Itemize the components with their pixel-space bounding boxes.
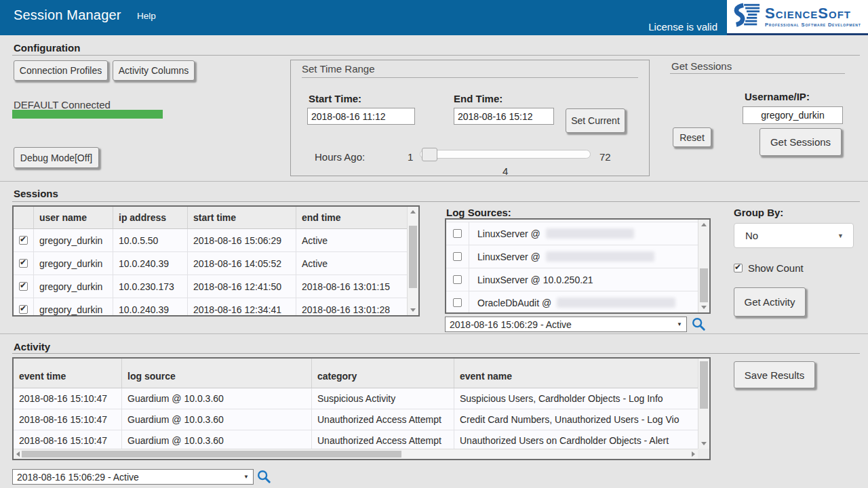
activity-underline	[12, 353, 860, 354]
sessions-col-ip-address: ip address	[113, 207, 188, 229]
show-count-label: Show Count	[748, 262, 804, 274]
table-row: gregory_durkin 10.0.5.50 2018-08-16 15:0…	[14, 229, 407, 252]
log-source-checkbox[interactable]	[453, 298, 462, 307]
logo-tagline: Professional Software Development	[765, 22, 861, 28]
session-end-time: Active	[296, 229, 407, 252]
log-source-checkbox[interactable]	[453, 229, 462, 238]
save-results-button[interactable]: Save Results	[734, 361, 815, 388]
sessions-table: user name ip address start time end time…	[12, 205, 420, 317]
help-menu-item[interactable]: Help	[137, 11, 156, 21]
session-select[interactable]: 2018-08-16 15:06:29 - Active ▼	[445, 317, 687, 332]
search-icon[interactable]	[256, 469, 271, 484]
app-title: Session Manager	[14, 7, 121, 23]
debug-mode-button[interactable]: Debug Mode[Off]	[14, 147, 99, 168]
session-ip-address: 10.0.230.173	[113, 275, 188, 298]
activity-event-name: Credit Card Numbers, Unauthorized Users …	[454, 409, 698, 430]
activity-table-vscrollbar[interactable]	[698, 359, 709, 449]
session-select-value: 2018-08-16 15:06:29 - Active	[450, 319, 572, 330]
username-ip-label: Username/IP:	[745, 91, 810, 102]
session-end-time: Active	[296, 252, 407, 275]
sciencesoft-logo-icon	[732, 3, 761, 31]
sessions-activity-divider	[0, 333, 868, 334]
session-user-name: gregory_durkin	[34, 229, 113, 252]
activity-event-time: 2018-08-16 15:10:47	[14, 388, 122, 409]
get-sessions-underline	[670, 73, 845, 74]
log-source-text: OracleDbAudit @	[469, 291, 698, 314]
activity-col-log-source: log source	[122, 359, 312, 388]
username-ip-input[interactable]	[743, 106, 843, 124]
end-time-input[interactable]	[454, 108, 554, 125]
activity-event-time: 2018-08-16 15:10:47	[14, 409, 122, 430]
sessions-table-header-row: user name ip address start time end time	[14, 207, 407, 229]
session-ip-address: 10.0.5.50	[113, 229, 188, 252]
set-time-range-title: Set Time Range	[302, 63, 375, 75]
session-row-checkbox[interactable]	[19, 259, 28, 268]
configuration-underline	[12, 55, 860, 56]
license-status: License is valid	[648, 21, 717, 33]
list-item: OracleDbAudit @	[446, 291, 698, 314]
activity-log-source: Guardium @ 10.0.3.60	[122, 409, 312, 430]
table-row: gregory_durkin 10.0.230.173 2018-08-16 1…	[14, 275, 407, 298]
sessions-col-user-name: user name	[34, 207, 113, 229]
set-current-button[interactable]: Set Current	[566, 108, 625, 133]
sessions-section-title: Sessions	[14, 188, 58, 199]
log-source-text: LinuxServer @ 10.0.250.21	[469, 268, 698, 291]
log-source-text: LinuxServer @	[469, 222, 698, 245]
table-row: 2018-08-16 15:10:47 Guardium @ 10.0.3.60…	[14, 388, 698, 409]
session-start-time: 2018-08-16 14:05:52	[188, 252, 296, 275]
sessions-header-checkbox-cell	[14, 207, 34, 229]
activity-category: Unauthorized Access Attempt	[312, 409, 454, 430]
session-ip-address: 10.0.240.39	[113, 252, 188, 275]
log-source-text: LinuxServer @	[469, 245, 698, 268]
set-time-range-panel: Set Time Range Start Time: End Time: Set…	[290, 60, 650, 176]
chevron-down-icon: ▼	[837, 232, 844, 239]
sessions-col-end-time: end time	[296, 207, 407, 229]
show-count-checkbox[interactable]	[734, 264, 743, 272]
activity-col-category: category	[312, 359, 454, 388]
activity-columns-button[interactable]: Activity Columns	[113, 60, 195, 81]
activity-table-header-row: event time log source category event nam…	[14, 359, 698, 388]
start-time-input[interactable]	[307, 108, 415, 125]
session-row-checkbox[interactable]	[19, 305, 28, 314]
reset-button[interactable]: Reset	[673, 127, 711, 147]
session-ip-address: 10.0.240.39	[113, 298, 188, 317]
get-sessions-title: Get Sessions	[671, 60, 732, 72]
table-row: gregory_durkin 10.0.240.39 2018-08-16 12…	[14, 298, 407, 317]
group-by-value: No	[745, 230, 758, 241]
list-item: LinuxServer @	[446, 245, 698, 268]
sessions-table-scrollbar[interactable]	[407, 207, 418, 315]
activity-session-select-value: 2018-08-16 15:06:29 - Active	[17, 472, 139, 483]
connection-status-text: DEFAULT Connected	[14, 99, 111, 110]
sessions-underline	[12, 201, 860, 202]
activity-session-select[interactable]: 2018-08-16 15:06:29 - Active ▼	[12, 469, 254, 485]
slider-value-label: 4	[502, 165, 508, 177]
end-time-label: End Time:	[454, 93, 502, 104]
session-user-name: gregory_durkin	[34, 275, 113, 298]
activity-table-hscrollbar[interactable]	[14, 449, 698, 459]
group-by-select[interactable]: No ▼	[734, 223, 854, 248]
session-start-time: 2018-08-16 15:06:29	[188, 229, 296, 252]
search-icon[interactable]	[691, 317, 706, 331]
slider-max-label: 72	[599, 151, 611, 163]
log-sources-list: LinuxServer @ LinuxServer @ LinuxServer …	[445, 218, 711, 314]
log-sources-label: Log Sources:	[446, 207, 511, 218]
activity-table: event time log source category event nam…	[12, 357, 711, 460]
top-bar: Session Manager Help License is valid	[0, 0, 868, 35]
redacted-address	[557, 298, 675, 308]
configuration-section-title: Configuration	[14, 42, 80, 54]
connection-profiles-button[interactable]: Connection Profiles	[14, 60, 108, 81]
get-sessions-button[interactable]: Get Sessions	[760, 128, 842, 156]
redacted-address	[546, 228, 634, 239]
session-row-checkbox[interactable]	[19, 282, 28, 291]
get-activity-button[interactable]: Get Activity	[734, 287, 806, 317]
hours-ago-slider-handle[interactable]	[422, 148, 437, 161]
list-item: LinuxServer @	[446, 222, 698, 245]
log-source-checkbox[interactable]	[453, 252, 462, 261]
hours-ago-slider[interactable]	[420, 150, 591, 159]
start-time-label: Start Time:	[309, 93, 361, 104]
slider-min-label: 1	[408, 151, 413, 163]
log-source-checkbox[interactable]	[453, 275, 462, 284]
connection-status-bar	[12, 110, 163, 119]
log-sources-scrollbar[interactable]	[698, 220, 709, 312]
session-row-checkbox[interactable]	[19, 236, 28, 245]
